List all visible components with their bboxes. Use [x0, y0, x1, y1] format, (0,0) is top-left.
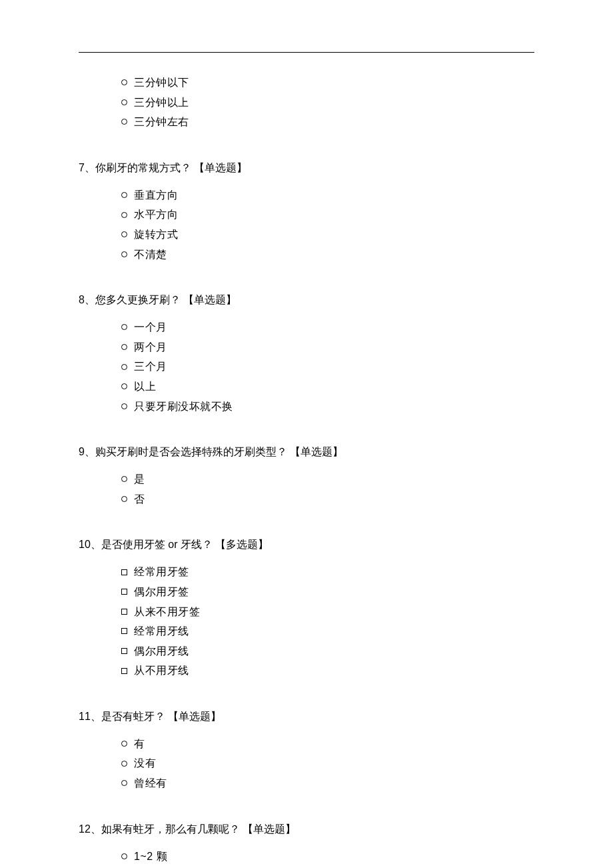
question-block: 9、购买牙刷时是否会选择特殊的牙刷类型？ 【单选题】是否 [79, 444, 534, 509]
checkbox-icon [121, 668, 127, 674]
option-row[interactable]: 以上 [121, 377, 534, 397]
options-list: 经常用牙签偶尔用牙签从来不用牙签经常用牙线偶尔用牙线从不用牙线 [121, 562, 534, 681]
question-type: 【单选题】 [183, 294, 237, 305]
question-body: 你刷牙的常规方式？ [95, 162, 191, 173]
option-label: 一个月 [134, 317, 167, 337]
options-list: 1~2 颗3~4 颗 [121, 847, 534, 868]
option-row[interactable]: 三分钟以上 [121, 93, 534, 113]
radio-icon [121, 79, 127, 85]
option-row[interactable]: 垂直方向 [121, 185, 534, 205]
option-label: 有 [134, 734, 145, 754]
option-row[interactable]: 两个月 [121, 337, 534, 357]
radio-icon [121, 344, 127, 350]
question-type: 【单选题】 [168, 711, 221, 722]
radio-icon [121, 780, 127, 786]
checkbox-icon [121, 628, 127, 634]
question-number: 8、 [79, 294, 95, 305]
option-row[interactable]: 水平方向 [121, 205, 534, 225]
question-number: 12、 [79, 823, 101, 835]
option-row[interactable]: 偶尔用牙线 [121, 641, 534, 661]
option-label: 1~2 颗 [134, 847, 167, 867]
question-text: 9、购买牙刷时是否会选择特殊的牙刷类型？ 【单选题】 [79, 444, 534, 460]
question-number: 7、 [79, 162, 95, 173]
radio-icon [121, 251, 127, 257]
option-label: 偶尔用牙签 [134, 582, 189, 602]
question-block: 10、是否使用牙签 or 牙线？ 【多选题】经常用牙签偶尔用牙签从来不用牙签经常… [79, 537, 534, 681]
option-row[interactable]: 三分钟左右 [121, 112, 534, 132]
option-row[interactable]: 有 [121, 734, 534, 754]
option-row[interactable]: 不清楚 [121, 245, 534, 265]
option-row[interactable]: 三分钟以下 [121, 73, 534, 93]
radio-icon [121, 324, 127, 330]
question-body: 是否使用牙签 or 牙线？ [101, 539, 213, 550]
radio-icon [121, 853, 127, 859]
checkbox-icon [121, 609, 127, 615]
question-text: 8、您多久更换牙刷？ 【单选题】 [79, 292, 534, 308]
option-row[interactable]: 只要牙刷没坏就不换 [121, 397, 534, 417]
orphan-options: 三分钟以下三分钟以上三分钟左右 [121, 73, 534, 132]
option-label: 三分钟以上 [134, 93, 189, 113]
question-type: 【多选题】 [215, 539, 269, 550]
option-label: 三个月 [134, 357, 167, 377]
options-list: 垂直方向水平方向旋转方式不清楚 [121, 185, 534, 264]
option-row[interactable]: 偶尔用牙签 [121, 582, 534, 602]
question-body: 购买牙刷时是否会选择特殊的牙刷类型？ [95, 446, 287, 457]
question-type: 【单选题】 [290, 446, 343, 457]
option-label: 旋转方式 [134, 225, 178, 245]
option-label: 没有 [134, 753, 156, 773]
question-type: 【单选题】 [194, 162, 247, 173]
option-label: 三分钟左右 [134, 112, 189, 132]
option-row[interactable]: 从不用牙线 [121, 661, 534, 681]
question-body: 如果有蛀牙，那么有几颗呢？ [101, 823, 240, 835]
option-label: 是 [134, 469, 145, 489]
option-row[interactable]: 从来不用牙签 [121, 602, 534, 622]
radio-icon [121, 99, 127, 105]
question-number: 9、 [79, 446, 95, 457]
question-type: 【单选题】 [243, 823, 296, 835]
question-block: 7、你刷牙的常规方式？ 【单选题】垂直方向水平方向旋转方式不清楚 [79, 160, 534, 264]
option-label: 以上 [134, 377, 156, 397]
option-row[interactable]: 一个月 [121, 317, 534, 337]
option-label: 三分钟以下 [134, 73, 189, 93]
option-row[interactable]: 经常用牙签 [121, 562, 534, 582]
checkbox-icon [121, 589, 127, 595]
question-text: 12、如果有蛀牙，那么有几颗呢？ 【单选题】 [79, 821, 534, 837]
question-number: 11、 [79, 711, 101, 722]
option-row[interactable]: 否 [121, 489, 534, 509]
radio-icon [121, 231, 127, 237]
question-number: 10、 [79, 539, 101, 550]
question-body: 您多久更换牙刷？ [95, 294, 181, 305]
option-label: 垂直方向 [134, 185, 178, 205]
option-label: 曾经有 [134, 773, 167, 793]
horizontal-rule [79, 52, 534, 53]
radio-icon [121, 212, 127, 218]
option-row[interactable]: 旋转方式 [121, 225, 534, 245]
option-row[interactable]: 曾经有 [121, 773, 534, 793]
radio-icon [121, 192, 127, 198]
question-text: 11、是否有蛀牙？ 【单选题】 [79, 709, 534, 725]
option-row[interactable]: 三个月 [121, 357, 534, 377]
radio-icon [121, 761, 127, 767]
option-row[interactable]: 经常用牙线 [121, 621, 534, 641]
option-label: 经常用牙签 [134, 562, 189, 582]
option-label: 水平方向 [134, 205, 178, 225]
question-text: 10、是否使用牙签 or 牙线？ 【多选题】 [79, 537, 534, 553]
options-list: 有没有曾经有 [121, 734, 534, 793]
option-label: 两个月 [134, 337, 167, 357]
radio-icon [121, 476, 127, 482]
radio-icon [121, 741, 127, 747]
option-row[interactable]: 是 [121, 469, 534, 489]
option-row[interactable]: 没有 [121, 753, 534, 773]
question-block: 8、您多久更换牙刷？ 【单选题】一个月两个月三个月以上只要牙刷没坏就不换 [79, 292, 534, 416]
checkbox-icon [121, 569, 127, 575]
radio-icon [121, 403, 127, 409]
options-list: 是否 [121, 469, 534, 509]
radio-icon [121, 364, 127, 370]
option-row[interactable]: 1~2 颗 [121, 847, 534, 867]
option-label: 偶尔用牙线 [134, 641, 189, 661]
question-block: 12、如果有蛀牙，那么有几颗呢？ 【单选题】1~2 颗3~4 颗 [79, 821, 534, 868]
option-label: 从来不用牙签 [134, 602, 200, 622]
radio-icon [121, 119, 127, 125]
option-label: 只要牙刷没坏就不换 [134, 397, 233, 417]
radio-icon [121, 496, 127, 502]
